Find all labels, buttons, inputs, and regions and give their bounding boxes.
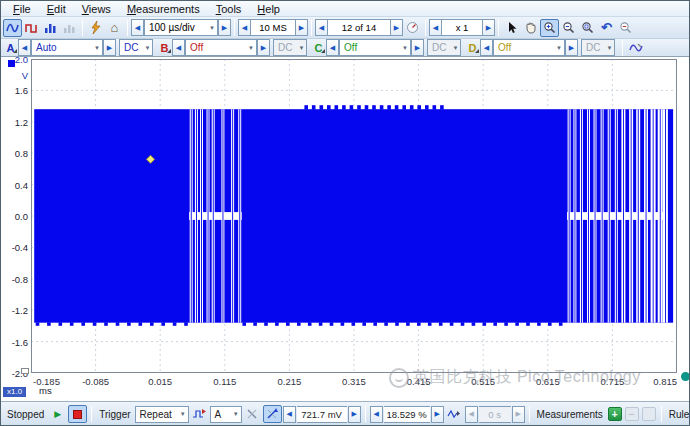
bottom-bump <box>116 322 120 326</box>
channel-c-range-select[interactable]: Off▼ <box>339 39 411 56</box>
channel-d-range-decrease[interactable]: ◀ <box>480 39 493 56</box>
y-tick-label: 2.0 <box>1 54 28 65</box>
buffer-position[interactable]: 12 of 14 <box>328 19 390 36</box>
top-bump <box>350 105 354 110</box>
menu-help[interactable]: Help <box>249 3 288 15</box>
buffer-previous-button[interactable]: ◀ <box>315 19 328 36</box>
edit-measurement-button[interactable] <box>642 407 656 421</box>
zoom-out-tool-button[interactable] <box>559 19 578 37</box>
hand-tool-button[interactable] <box>521 19 540 37</box>
samples-increase-button[interactable]: ▶ <box>295 19 308 36</box>
gap-hairline <box>602 109 603 323</box>
waveform-plot[interactable] <box>31 59 677 373</box>
stop-button[interactable] <box>68 405 87 423</box>
zoom-decrease-button[interactable]: ◀ <box>429 19 442 36</box>
bottom-bump <box>139 322 143 326</box>
gap-hairline <box>223 109 224 323</box>
bottom-bump <box>253 322 257 326</box>
pointer-tool-button[interactable] <box>502 19 521 37</box>
home-icon: ⌂ <box>111 20 119 35</box>
trigger-level-decrease-button[interactable]: ◀ <box>283 406 296 423</box>
channel-c-range-decrease[interactable]: ◀ <box>326 39 339 56</box>
bottom-bump <box>150 322 154 326</box>
zoom-in-tool-button[interactable] <box>540 19 559 37</box>
zoom-increase-button[interactable]: ▶ <box>482 19 495 36</box>
zoom-full-button[interactable] <box>616 19 635 37</box>
channel-a-button[interactable]: A <box>3 42 18 54</box>
pretrigger-increase-button[interactable]: ▶ <box>431 406 444 423</box>
top-bump <box>357 105 361 110</box>
samples-decrease-button[interactable]: ◀ <box>238 19 251 36</box>
square-wave-mode-button[interactable] <box>22 19 41 37</box>
menu-measurements[interactable]: Measurements <box>119 3 208 15</box>
top-bump <box>395 105 399 110</box>
home-button[interactable]: ⌂ <box>105 19 124 37</box>
main-toolbar: ⌂ ◀ 100 µs/div▼ ▶ ◀ 10 MS ▶ ◀ 12 of 14 ▶… <box>1 17 689 39</box>
channel-c-range-increase[interactable]: ▶ <box>411 39 424 56</box>
zoom-factor[interactable]: x 1 <box>442 19 482 36</box>
delay-increase-button[interactable]: ▶ <box>512 406 525 423</box>
channel-b-range-increase[interactable]: ▶ <box>257 39 270 56</box>
buffer-overview-button[interactable] <box>403 19 422 37</box>
menu-views[interactable]: Views <box>74 3 119 15</box>
channel-d-button[interactable]: D <box>465 42 480 54</box>
channel-d-range-select[interactable]: Off▼ <box>493 39 565 56</box>
pretrigger-decrease-button[interactable]: ◀ <box>370 406 383 423</box>
falling-edge-button[interactable] <box>243 405 262 423</box>
rising-edge-button[interactable] <box>263 405 282 423</box>
setup-wizard-button[interactable] <box>86 19 105 37</box>
menu-tools[interactable]: Tools <box>208 3 250 15</box>
channel-b-range-select[interactable]: Off▼ <box>185 39 257 56</box>
trigger-source-value: A <box>215 409 222 420</box>
bottom-bump <box>161 322 165 326</box>
channel-a-coupling-select[interactable]: DC▼ <box>119 39 153 56</box>
trigger-source-select[interactable]: A▼ <box>210 406 242 423</box>
bottom-bump <box>515 322 519 326</box>
channel-d-coupling-select[interactable]: DC▼ <box>581 39 615 56</box>
delay-value[interactable]: 0 s <box>479 406 511 423</box>
timebase-select[interactable]: 100 µs/div▼ <box>144 19 218 36</box>
pretrigger-value[interactable]: 18.529 % <box>384 406 430 423</box>
bottom-bump <box>81 322 85 326</box>
signal-generator-button[interactable] <box>626 39 645 57</box>
menu-file[interactable]: File <box>5 3 39 15</box>
start-button[interactable]: ▶ <box>48 405 67 423</box>
bottom-bump <box>472 322 476 326</box>
zoom-window-tool-button[interactable] <box>578 19 597 37</box>
timebase-decrease-button[interactable]: ◀ <box>131 19 144 36</box>
trigger-level-increase-button[interactable]: ▶ <box>348 406 361 423</box>
spectrum-mode-button[interactable] <box>41 19 60 37</box>
picoscope-window: FileEditViewsMeasurementsToolsHelp ⌂ ◀ 1… <box>0 0 690 426</box>
channel-b-coupling-select[interactable]: DC▼ <box>273 39 307 56</box>
channel-c-coupling-select[interactable]: DC▼ <box>427 39 461 56</box>
channel-b-button[interactable]: B <box>157 42 172 54</box>
samples-value[interactable]: 10 MS <box>251 19 295 36</box>
bottom-bump <box>362 322 366 326</box>
gap-hairline <box>569 109 570 323</box>
channel-a-range-increase[interactable]: ▶ <box>103 39 116 56</box>
post-trigger-delay-button[interactable] <box>445 405 464 423</box>
delay-decrease-button[interactable]: ◀ <box>465 406 478 423</box>
add-measurement-button[interactable]: + <box>608 407 622 421</box>
scope-mode-button[interactable] <box>3 19 22 37</box>
channel-c-button[interactable]: C <box>311 42 326 54</box>
channel-b-range-decrease[interactable]: ◀ <box>172 39 185 56</box>
axis-drag-handle[interactable] <box>21 368 29 374</box>
trigger-mode-select[interactable]: Repeat▼ <box>135 406 189 423</box>
menu-edit[interactable]: Edit <box>39 3 74 15</box>
awg-sine-icon <box>629 42 643 54</box>
remove-measurement-button[interactable]: − <box>625 407 639 421</box>
undo-zoom-button[interactable]: ↶ <box>597 19 616 37</box>
channel-bar: A◀Auto▼▶DC▼B◀Off▼▶DC▼C◀Off▼▶DC▼D◀Off▼▶DC… <box>1 39 689 57</box>
gap-hairline <box>201 109 202 323</box>
buffer-next-button[interactable]: ▶ <box>390 19 403 36</box>
top-bump <box>410 105 414 110</box>
persistence-mode-button[interactable] <box>60 19 79 37</box>
channel-a-range-select[interactable]: Auto▼ <box>31 39 103 56</box>
channel-d-range-increase[interactable]: ▶ <box>565 39 578 56</box>
y-tick-label: -0.8 <box>1 274 28 285</box>
advanced-trigger-button[interactable] <box>190 405 209 423</box>
timebase-increase-button[interactable]: ▶ <box>218 19 231 36</box>
y-tick-label: 0.8 <box>1 148 28 159</box>
trigger-level-value[interactable]: 721.7 mV <box>297 406 347 423</box>
